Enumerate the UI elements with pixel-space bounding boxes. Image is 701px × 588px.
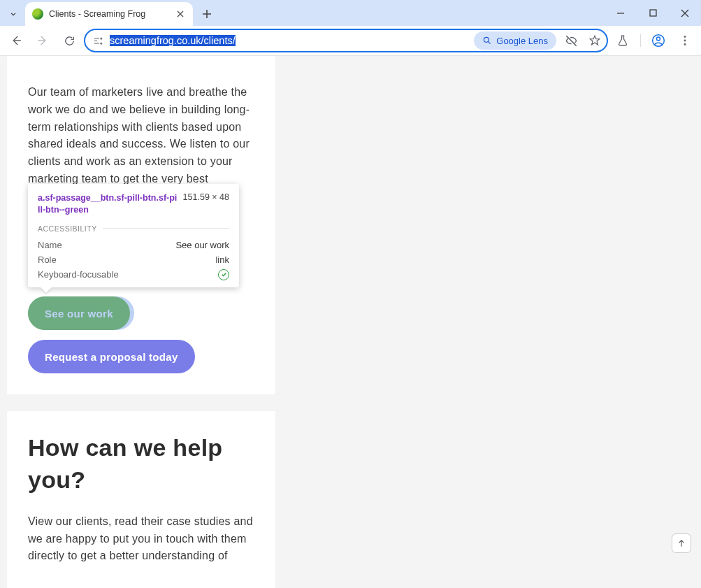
person-circle-icon (651, 34, 665, 48)
favicon-icon (32, 8, 43, 20)
tooltip-selector: a.sf-passage__btn.sf-pill-btn.sf-pill-bt… (38, 192, 178, 216)
toolbar: screamingfrog.co.uk/clients/ Google Lens (0, 26, 701, 56)
tooltip-accessibility-label: ACCESSIBILITY (38, 224, 229, 236)
chrome-menu-button[interactable] (673, 29, 697, 52)
google-lens-chip[interactable]: Google Lens (474, 31, 556, 50)
tooltip-keyboard-focusable-value (218, 269, 229, 280)
plus-icon (202, 9, 212, 19)
tooltip-dimensions: 151.59 × 48 (183, 192, 229, 202)
svg-point-3 (657, 37, 660, 41)
new-tab-button[interactable] (197, 4, 217, 24)
hide-lens-button[interactable] (562, 34, 580, 48)
intro-paragraph: Our team of marketers live and breathe t… (28, 84, 254, 188)
request-proposal-button[interactable]: Request a proposal today (28, 340, 195, 373)
lens-label: Google Lens (496, 36, 548, 46)
minimize-icon (616, 9, 625, 17)
eye-off-icon (565, 34, 578, 48)
window-controls (605, 0, 701, 26)
tooltip-name-key: Name (38, 240, 62, 250)
svg-rect-0 (650, 10, 656, 16)
help-card: How can we help you? View our clients, r… (7, 411, 275, 588)
titlebar: Clients - Screaming Frog (0, 0, 701, 26)
close-window-button[interactable] (669, 0, 701, 26)
browser-chrome: Clients - Screaming Frog (0, 0, 701, 56)
profile-button[interactable] (646, 29, 670, 52)
tooltip-keyboard-focusable-key: Keyboard-focusable (38, 269, 119, 280)
flask-icon (616, 34, 629, 47)
star-icon (588, 34, 601, 47)
search-icon (482, 36, 492, 45)
svg-point-4 (684, 36, 686, 38)
reload-icon (64, 35, 75, 47)
chevron-down-icon (8, 9, 18, 19)
svg-point-1 (484, 37, 489, 42)
browser-tab[interactable]: Clients - Screaming Frog (25, 2, 193, 26)
kebab-icon (679, 35, 691, 46)
minimize-button[interactable] (605, 0, 637, 26)
arrow-left-icon (10, 34, 22, 47)
help-paragraph: View our clients, read their case studie… (28, 513, 254, 565)
check-icon (218, 269, 229, 280)
arrow-right-icon (36, 34, 49, 47)
request-proposal-label: Request a proposal today (45, 351, 178, 363)
tab-title: Clients - Screaming Frog (49, 9, 169, 19)
close-icon (177, 10, 184, 17)
bookmark-button[interactable] (586, 34, 604, 47)
tab-close-button[interactable] (175, 8, 186, 20)
tab-search-dropdown[interactable] (4, 5, 22, 23)
arrow-up-icon (677, 538, 686, 548)
tooltip-name-value: See our work (175, 240, 229, 250)
site-settings-icon[interactable] (92, 35, 104, 47)
back-button[interactable] (4, 29, 28, 52)
url-text[interactable]: screamingfrog.co.uk/clients/ (110, 35, 468, 46)
svg-point-6 (684, 43, 686, 45)
tooltip-role-key: Role (38, 254, 57, 265)
address-bar[interactable]: screamingfrog.co.uk/clients/ Google Lens (84, 29, 608, 52)
svg-point-5 (684, 40, 686, 42)
see-our-work-button[interactable]: See our work (28, 296, 130, 330)
tooltip-role-value: link (215, 254, 229, 265)
devtools-tooltip: a.sf-passage__btn.sf-pill-btn.sf-pill-bt… (28, 184, 239, 287)
help-heading: How can we help you? (28, 432, 254, 496)
url-selected-text: screamingfrog.co.uk/clients/ (110, 35, 236, 46)
close-icon (681, 9, 689, 17)
reload-button[interactable] (57, 29, 81, 52)
labs-button[interactable] (611, 29, 635, 52)
maximize-button[interactable] (637, 0, 669, 26)
see-our-work-label: See our work (45, 308, 113, 320)
page-viewport[interactable]: Our team of marketers live and breathe t… (0, 56, 701, 588)
forward-button[interactable] (31, 29, 55, 52)
toolbar-divider (640, 34, 641, 47)
maximize-icon (649, 9, 657, 17)
scroll-to-top-button[interactable] (672, 533, 691, 553)
